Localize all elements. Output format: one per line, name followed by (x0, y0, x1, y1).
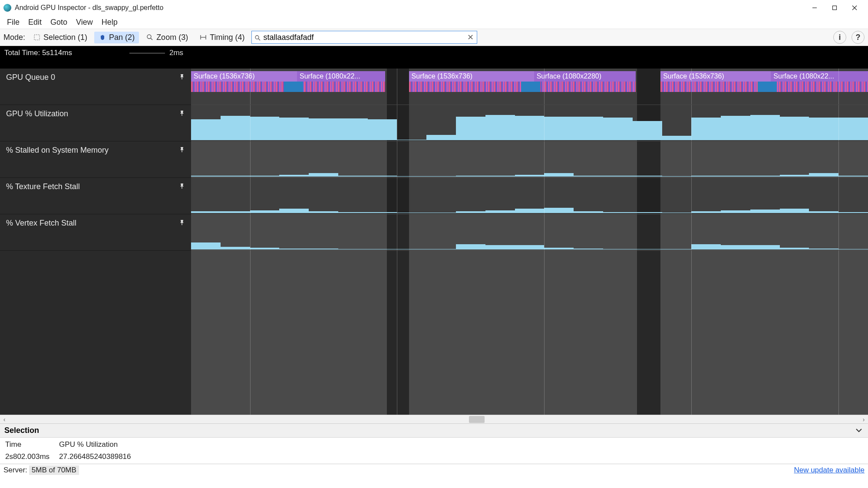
track-body-gpu-queue[interactable]: Surface (1536x736)Surface (1080x22...Sur… (191, 69, 868, 105)
metric-sample[interactable] (221, 247, 250, 249)
metric-sample[interactable] (338, 212, 368, 213)
metric-sample[interactable] (221, 116, 250, 140)
metric-sample[interactable] (279, 249, 309, 249)
metric-sample[interactable] (221, 211, 250, 213)
track-body-stall-texfetch[interactable] (191, 178, 868, 214)
metric-sample[interactable] (279, 209, 309, 213)
metric-sample[interactable] (691, 211, 721, 213)
metric-sample[interactable] (456, 211, 485, 213)
surface-block[interactable]: Surface (1536x736) (191, 71, 297, 82)
metric-sample[interactable] (338, 118, 368, 140)
metric-sample[interactable] (750, 245, 780, 249)
scroll-thumb[interactable] (469, 416, 485, 423)
track-body-gpu-util[interactable] (191, 105, 868, 141)
info-button[interactable]: i (833, 31, 846, 44)
pin-icon[interactable] (179, 146, 185, 152)
close-button[interactable] (845, 0, 865, 16)
update-link[interactable]: New update available (794, 466, 865, 475)
minimize-button[interactable] (805, 0, 825, 16)
metric-sample[interactable] (691, 244, 721, 249)
metric-sample[interactable] (309, 211, 338, 213)
metric-sample[interactable] (250, 117, 280, 140)
metric-sample[interactable] (780, 117, 809, 140)
pin-icon[interactable] (179, 219, 185, 225)
surface-detail-bar[interactable] (660, 82, 868, 92)
metric-sample[interactable] (721, 245, 750, 249)
metric-sample[interactable] (338, 176, 368, 177)
track-label-stall-texfetch[interactable]: % Texture Fetch Stall (0, 178, 191, 214)
metric-sample[interactable] (191, 176, 221, 177)
metric-sample[interactable] (456, 244, 485, 249)
mode-timing[interactable]: Timing (4) (195, 32, 249, 43)
surface-block[interactable]: Surface (1080x22... (297, 71, 385, 82)
track-label-stall-vtxfetch[interactable]: % Vertex Fetch Stall (0, 214, 191, 251)
metric-sample[interactable] (544, 248, 574, 249)
metric-sample[interactable] (309, 118, 338, 140)
track-label-stall-sysmem[interactable]: % Stalled on System Memory (0, 141, 191, 178)
table-row[interactable]: 2s816.535ms 22.717787602651768 (1, 463, 135, 464)
track-label-gpu-queue[interactable]: GPU Queue 0 (0, 69, 191, 105)
maximize-button[interactable] (825, 0, 845, 16)
mode-pan[interactable]: Pan (2) (94, 32, 139, 43)
metric-sample[interactable] (544, 173, 574, 177)
metric-sample[interactable] (515, 245, 545, 249)
metric-sample[interactable] (485, 210, 515, 213)
metric-sample[interactable] (368, 119, 397, 140)
mode-selection[interactable]: Selection (1) (29, 32, 92, 43)
metric-sample[interactable] (368, 212, 397, 213)
track-body-stall-sysmem[interactable] (191, 141, 868, 178)
surface-block[interactable]: Surface (1080x2280) (534, 71, 636, 82)
metric-sample[interactable] (691, 176, 721, 177)
metric-sample[interactable] (250, 176, 280, 177)
metric-sample[interactable] (574, 249, 603, 249)
metric-sample[interactable] (721, 176, 750, 177)
metric-sample[interactable] (750, 115, 780, 140)
pin-icon[interactable] (179, 182, 185, 188)
metric-sample[interactable] (603, 176, 633, 177)
clear-search-icon[interactable]: ✕ (466, 33, 474, 41)
metric-sample[interactable] (809, 211, 838, 213)
surface-block[interactable]: Surface (1080x22... (771, 71, 868, 82)
metric-sample[interactable] (191, 242, 221, 249)
track-label-gpu-util[interactable]: GPU % Utilization (0, 105, 191, 141)
metric-sample[interactable] (515, 175, 545, 177)
metric-sample[interactable] (662, 136, 692, 140)
pin-icon[interactable] (179, 109, 185, 115)
metric-sample[interactable] (485, 245, 515, 249)
metric-sample[interactable] (515, 209, 545, 213)
metric-sample[interactable] (603, 212, 633, 213)
surface-detail-bar[interactable] (191, 82, 385, 92)
metric-sample[interactable] (691, 118, 721, 140)
metric-sample[interactable] (485, 115, 515, 140)
metric-sample[interactable] (456, 176, 485, 177)
metric-sample[interactable] (250, 210, 280, 213)
scroll-left-icon[interactable]: ‹ (0, 416, 9, 423)
metric-sample[interactable] (633, 121, 662, 140)
metric-sample[interactable] (633, 176, 662, 177)
metric-sample[interactable] (780, 209, 809, 213)
metric-sample[interactable] (838, 212, 868, 213)
metric-sample[interactable] (838, 176, 868, 177)
metric-sample[interactable] (368, 176, 397, 177)
metric-sample[interactable] (809, 173, 838, 177)
tracks-viewport[interactable]: GPU Queue 0 Surface (1536x736)Surface (1… (0, 69, 868, 415)
metric-sample[interactable] (456, 117, 485, 140)
metric-sample[interactable] (574, 117, 603, 140)
metric-sample[interactable] (309, 173, 338, 177)
metric-sample[interactable] (191, 119, 221, 140)
metric-sample[interactable] (633, 212, 662, 213)
metric-sample[interactable] (250, 248, 280, 249)
metric-sample[interactable] (221, 176, 250, 177)
metric-sample[interactable] (750, 176, 780, 177)
metric-sample[interactable] (809, 249, 838, 249)
metric-sample[interactable] (780, 248, 809, 249)
help-button[interactable]: ? (851, 31, 865, 44)
search-field[interactable]: ✕ (251, 31, 477, 44)
metric-sample[interactable] (485, 176, 515, 177)
menu-file[interactable]: File (3, 17, 24, 28)
metric-sample[interactable] (780, 175, 809, 177)
menu-edit[interactable]: Edit (24, 17, 46, 28)
scroll-right-icon[interactable]: › (859, 416, 868, 423)
metric-sample[interactable] (515, 116, 545, 140)
selection-col-metric[interactable]: GPU % Utilization (55, 439, 135, 451)
